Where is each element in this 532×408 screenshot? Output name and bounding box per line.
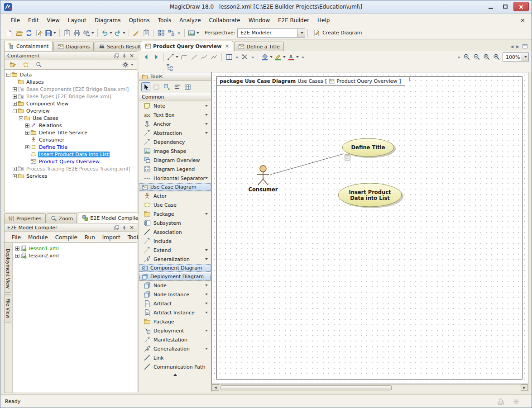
menu-collaborate[interactable]: Collaborate [205,15,244,25]
zigzag-line-button[interactable] [209,52,219,62]
open-project-button[interactable] [14,28,24,38]
star-button[interactable] [21,60,31,70]
dropdown-arrow-icon[interactable] [205,213,208,215]
stamp-tool-button[interactable] [162,82,171,91]
pointer-tool-button[interactable] [141,82,150,91]
combo-arrow-icon[interactable] [521,53,528,61]
garbage-collector-icon[interactable] [513,398,520,405]
expander-icon[interactable] [25,145,29,149]
compiler-menu-import[interactable]: Import [99,233,124,242]
menu-tools[interactable]: Tools [154,15,176,25]
dropdown-arrow-icon[interactable] [205,105,208,107]
next-tab-icon[interactable]: ▶ [516,44,519,49]
expander-icon[interactable] [13,109,17,113]
side-tab-deployment-view[interactable]: Deployment View [5,245,11,293]
palette-item-diagram-legend[interactable]: Diagram Legend [139,165,211,174]
compiler-row-lesson1-xml[interactable]: lesson1.xml [14,245,136,252]
tab-search-results[interactable]: Search Results [95,42,148,51]
printer-button[interactable] [72,28,82,38]
palette-item-generalization[interactable]: Generalization [139,344,211,353]
dropdown-arrow-icon[interactable] [205,348,208,350]
palette-item-use-case[interactable]: Use Case [139,200,211,209]
tab-list-icon[interactable] [522,43,528,49]
marquee-tool-button[interactable] [152,82,161,91]
horizontal-scrollbar[interactable]: ◀ ▶ [211,384,528,391]
containment-row-insert-product-data-into-list[interactable]: Insert Product Data into List [5,151,137,158]
dropdown-arrow-icon[interactable] [205,312,208,313]
palette-item-artifact[interactable]: Artifact [139,299,211,308]
rect-line-button[interactable] [179,52,189,62]
expander-icon[interactable] [13,102,17,106]
menu-edit[interactable]: Edit [24,15,43,25]
overflow-chevron-icon[interactable]: » [456,54,462,60]
print-preview-button[interactable] [82,28,95,38]
palette-item-extend[interactable]: Extend [139,246,211,255]
containment-row-base-types-e2e-bridge-base-xml[interactable]: Base Types [E2E Bridge Base.xml] [5,93,137,100]
split-button[interactable] [240,52,250,62]
dropdown-arrow-icon[interactable] [205,303,208,304]
scroll-thumb[interactable] [220,385,392,390]
palette-section-component-diagram[interactable]: Component Diagram [139,264,211,272]
float-panel-icon[interactable] [114,53,119,58]
palette-item-communication-path[interactable]: Communication Path [139,362,211,371]
containment-row-aliases[interactable]: Aliases [5,78,137,85]
zoom-out-button[interactable] [472,52,482,62]
palette-section-deployment-diagram[interactable]: Deployment Diagram [139,272,211,281]
save-button[interactable] [44,28,57,38]
expander-icon[interactable] [15,247,19,251]
dropdown-arrow-icon[interactable] [205,285,208,286]
image-export-button[interactable] [187,28,200,38]
palette-item-abstraction[interactable]: Abstraction [139,128,211,138]
dropdown-arrow-icon[interactable] [205,249,208,251]
palette-section-common[interactable]: Common [139,93,211,101]
float-panel-icon[interactable] [114,225,119,230]
containment-row-services[interactable]: Services [5,172,137,180]
menu-view[interactable]: View [43,15,63,25]
create-diagram-button[interactable]: Create Diagram [310,28,364,38]
palette-item-node[interactable]: Node [139,281,211,290]
redo-button[interactable] [113,28,126,38]
dropdown-arrow-icon[interactable] [205,294,208,295]
containment-row-component-view[interactable]: Component View [5,100,137,107]
clipboard-button[interactable] [62,28,72,38]
undo-button[interactable] [100,28,113,38]
compiler-row-lesson2-xml[interactable]: lesson2.xml [14,252,136,259]
close-panel-icon[interactable]: × [129,225,134,230]
containment-row-use-cases[interactable]: Use Cases [5,114,137,122]
new-project-button[interactable] [4,28,14,38]
palette-item-artifact-instance[interactable]: Artifact Instance [139,308,211,317]
palette-item-image-shape[interactable]: Image Shape [139,147,211,156]
palette-item-generalization[interactable]: Generalization [139,255,211,264]
compiler-menu-compile[interactable]: Compile [52,233,81,242]
diagram-tab-product-query-overview[interactable]: Product Query Overview× [141,41,233,51]
expander-icon[interactable] [19,116,23,120]
overflow-chevron-icon[interactable]: » [234,54,240,60]
zoom-11-button[interactable] [492,52,502,62]
doc-edit-button[interactable] [34,28,44,38]
palette-item-node-instance[interactable]: Node Instance [139,290,211,299]
expander-icon[interactable] [13,87,17,91]
palette-item-package[interactable]: Package [139,317,211,326]
tab-properties[interactable]: Properties [4,213,46,223]
palette-item-association[interactable]: Association [139,228,211,237]
line-mode-button[interactable] [166,52,179,62]
zoom-fit-button[interactable] [482,52,492,62]
dropdown-arrow-icon[interactable] [205,132,208,134]
dropdown-arrow-icon[interactable] [205,258,208,260]
expander-icon[interactable] [13,174,17,178]
palette-section-tools[interactable]: Tools [139,72,211,81]
gear-icon[interactable] [122,62,129,68]
pin-panel-icon[interactable] [122,53,127,58]
wand-button[interactable] [131,28,141,38]
containment-row-process-tracing-e2e-process-tracing-xml[interactable]: Process Tracing [E2E Process Tracing.xml… [5,165,137,172]
containment-row-consumer[interactable]: Consumer [5,136,137,143]
dropdown-arrow-icon[interactable] [205,330,208,332]
palette-item-actor[interactable]: Actor [139,191,211,200]
fill-color-button[interactable] [260,52,273,62]
side-tab-file-view[interactable]: File View [5,294,11,323]
containment-row-relations[interactable]: Relations [5,122,137,129]
font-color-button[interactable]: A [287,52,300,62]
expander-icon[interactable] [15,254,19,258]
sync-blue-button[interactable] [24,28,34,38]
menu-window[interactable]: Window [244,15,274,25]
